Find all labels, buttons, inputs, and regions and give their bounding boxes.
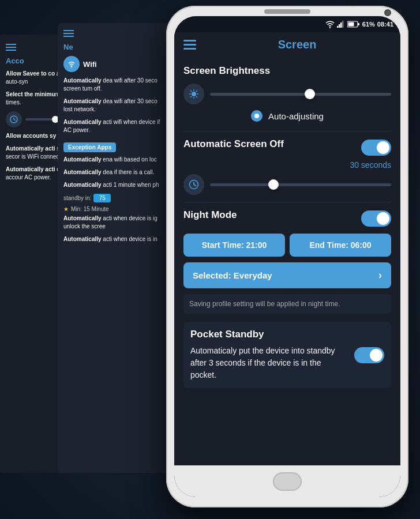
phone-device: 61% 08:41 Screen Screen Brightness <box>166 6 408 507</box>
end-time-button[interactable]: End Time: 06:00 <box>290 234 391 257</box>
svg-point-12 <box>192 92 196 96</box>
svg-line-20 <box>190 96 192 97</box>
svg-rect-8 <box>342 21 344 28</box>
back-panel-network: Ne Wifi Automatically dea wifi after 30 … <box>58 23 173 473</box>
svg-line-2 <box>14 119 16 121</box>
svg-rect-10 <box>358 23 359 25</box>
brightness-section: Screen Brightness <box>183 65 391 122</box>
pocket-standby-content: Automaticaly put the device into standby… <box>190 345 384 381</box>
svg-rect-11 <box>348 22 354 27</box>
wifi-icon-circle <box>63 56 80 72</box>
screen-off-header: Automatic Screen Off I <box>183 138 391 157</box>
svg-rect-6 <box>339 24 340 28</box>
pocket-toggle-knob <box>370 349 382 362</box>
auto-adjust-radio[interactable] <box>251 110 262 122</box>
menu-button[interactable] <box>183 40 196 50</box>
status-bar: 61% 08:41 <box>174 16 400 32</box>
svg-line-18 <box>196 96 197 97</box>
night-mode-section: Night Mode I Start Time: 21:00 End Time:… <box>183 209 391 314</box>
pocket-standby-title: Pocket Standby <box>190 329 384 340</box>
auto-adjust-label: Auto-adjusting <box>268 111 324 121</box>
screen-content[interactable]: Screen Brightness <box>174 57 400 465</box>
home-button[interactable] <box>273 472 302 491</box>
phone-speaker <box>264 9 310 14</box>
svg-point-3 <box>71 66 72 67</box>
min-label: Min: 15 Minute <box>71 206 109 212</box>
night-toggle-knob <box>377 212 389 225</box>
brightness-icon-circle <box>183 84 204 104</box>
divider1 <box>183 131 391 131</box>
screen-off-toggle[interactable]: I <box>361 140 391 156</box>
selected-label: Selected: Everyday <box>193 270 272 280</box>
chevron-right-icon: › <box>378 269 382 281</box>
standby-label: standby in: <box>63 195 91 201</box>
screen-off-section: Automatic Screen Off I 30 seconds <box>183 138 391 195</box>
selected-schedule-button[interactable]: Selected: Everyday › <box>183 262 391 288</box>
svg-point-4 <box>329 27 331 28</box>
time-buttons-row: Start Time: 21:00 End Time: 06:00 <box>183 234 391 257</box>
sun-icon <box>189 89 199 99</box>
star-icon: ★ <box>63 206 69 212</box>
pocket-standby-section: Pocket Standby Automaticaly put the devi… <box>183 322 391 388</box>
brightness-slider-row <box>183 84 391 104</box>
start-time-button[interactable]: Start Time: 21:00 <box>183 234 285 257</box>
svg-line-23 <box>194 185 196 186</box>
auto-adjust-row: Auto-adjusting <box>183 110 391 122</box>
status-signal-icon <box>337 21 345 28</box>
svg-rect-5 <box>337 26 339 28</box>
svg-line-19 <box>196 91 197 92</box>
pocket-standby-toggle[interactable]: I <box>354 347 384 363</box>
standby-input[interactable]: 75 <box>93 194 111 202</box>
brightness-slider[interactable] <box>210 93 391 96</box>
divider2 <box>183 202 391 202</box>
screen-off-slider-row <box>183 174 391 195</box>
exception-apps-badge[interactable]: Exception Apps <box>63 142 116 152</box>
brightness-title: Screen Brightness <box>183 65 391 77</box>
screen-off-slider[interactable] <box>210 183 391 186</box>
clock-icon-circle <box>183 174 204 195</box>
status-battery-icon <box>347 21 360 28</box>
panel1-clock-icon <box>6 111 22 127</box>
clock-icon <box>189 179 199 190</box>
wifi-label: Wifi <box>83 60 97 69</box>
screen-off-title: Automatic Screen Off <box>183 138 284 150</box>
app-header: Screen <box>174 32 400 57</box>
toggle-knob <box>377 141 389 154</box>
panel2-title: Ne <box>63 43 167 51</box>
svg-rect-7 <box>340 22 342 28</box>
night-mode-header: Night Mode I <box>183 209 391 228</box>
phone-home-area <box>174 465 400 497</box>
battery-percent: 61% <box>362 21 375 28</box>
panel2-hamburger <box>63 30 167 37</box>
time-display: 08:41 <box>377 21 393 28</box>
phone-screen: 61% 08:41 Screen Screen Brightness <box>174 16 400 497</box>
night-mode-toggle[interactable]: I <box>361 210 391 227</box>
phone-camera <box>384 9 391 16</box>
svg-line-17 <box>190 91 192 92</box>
page-title: Screen <box>203 38 391 51</box>
screen-off-duration: 30 seconds <box>183 160 391 170</box>
status-wifi-icon <box>325 20 335 28</box>
night-mode-info: Saving profile setting will be applied i… <box>183 294 391 314</box>
pocket-standby-description: Automaticaly put the device into standby… <box>190 345 348 381</box>
night-mode-title: Night Mode <box>183 209 237 221</box>
